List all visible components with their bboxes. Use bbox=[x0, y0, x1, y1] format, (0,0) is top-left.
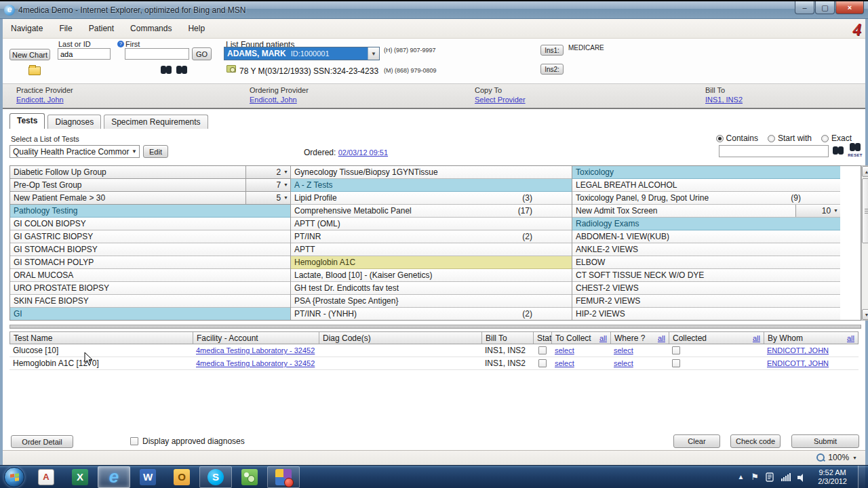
outlook-taskbar-button[interactable]: O bbox=[165, 466, 198, 488]
test-item-row[interactable]: URO PROSTATE BIOPSY bbox=[10, 282, 290, 295]
title-bar[interactable]: e 4medica Demo - Internet Explorer, opti… bbox=[0, 1, 868, 19]
practice-provider-link[interactable]: Endicott, John bbox=[16, 96, 73, 104]
ordering-provider-link[interactable]: Endicott, John bbox=[250, 96, 309, 104]
test-item-row[interactable]: Lactate, Blood [10] - (Kaiser Genetics) bbox=[291, 269, 572, 282]
edit-list-button[interactable]: Edit bbox=[143, 145, 168, 158]
reset-search[interactable]: RESET bbox=[848, 143, 863, 157]
collected-checkbox[interactable] bbox=[672, 359, 680, 367]
test-item-row[interactable]: Pre-Op Test Group7▼ bbox=[10, 179, 290, 192]
display-diagnoses-option[interactable]: Display approved diagnoses bbox=[130, 436, 245, 446]
maximize-button[interactable]: ▢ bbox=[815, 1, 835, 14]
check-code-button[interactable]: Check code bbox=[730, 434, 781, 448]
zoom-control[interactable]: 100% ▼ bbox=[816, 453, 857, 462]
first-name-input[interactable] bbox=[125, 48, 189, 60]
advanced-search-icon[interactable] bbox=[176, 66, 187, 74]
notepad-taskbar-button[interactable]: A bbox=[30, 466, 62, 488]
test-item-row[interactable]: PSA {Prostate Spec Antigen} bbox=[291, 295, 572, 308]
test-category-row[interactable]: Radiology Exams bbox=[572, 218, 840, 230]
help-icon[interactable]: ? bbox=[117, 41, 124, 47]
show-desktop-button[interactable] bbox=[858, 466, 865, 488]
tab-specimen-requirements[interactable]: Specimen Requirements bbox=[104, 115, 208, 129]
test-count-dropdown[interactable]: 5▼ bbox=[245, 192, 290, 204]
radio-exact-dot[interactable] bbox=[821, 135, 829, 142]
test-count-dropdown[interactable]: 7▼ bbox=[245, 179, 290, 191]
find-test-icon[interactable] bbox=[833, 146, 844, 155]
network-signal-icon[interactable] bbox=[781, 473, 791, 481]
to-collect-select-link[interactable]: select bbox=[555, 359, 574, 367]
scrollbar-thumb[interactable] bbox=[862, 178, 868, 243]
tab-tests[interactable]: Tests bbox=[9, 113, 45, 129]
menu-navigate[interactable]: Navigate bbox=[11, 24, 43, 33]
test-item-row[interactable]: Lipid Profile(3) bbox=[291, 192, 572, 205]
test-category-row[interactable]: A - Z Tests bbox=[291, 179, 572, 192]
radio-start-with[interactable]: Start with bbox=[768, 134, 812, 143]
test-item-row[interactable]: New Patient Female > 305▼ bbox=[10, 192, 290, 205]
ins1-button[interactable]: Ins1: bbox=[540, 45, 564, 56]
select-all-link[interactable]: all bbox=[847, 334, 854, 342]
test-item-row[interactable]: ORAL MUCOSA bbox=[10, 269, 290, 282]
test-item-row[interactable]: Comprehensive Metabolic Panel(17) bbox=[291, 205, 572, 218]
test-item-row[interactable]: APTT (OML) bbox=[291, 218, 572, 230]
radio-contains-dot[interactable] bbox=[716, 135, 724, 142]
where-select-link[interactable]: select bbox=[614, 346, 633, 354]
menu-file[interactable]: File bbox=[59, 24, 72, 33]
test-item-row[interactable]: APTT bbox=[291, 243, 572, 256]
test-search-input[interactable] bbox=[719, 145, 829, 157]
menu-help[interactable]: Help bbox=[188, 24, 205, 33]
start-button[interactable] bbox=[4, 467, 24, 487]
test-count-dropdown[interactable]: 10▼ bbox=[795, 205, 840, 217]
radio-exact[interactable]: Exact bbox=[821, 134, 852, 143]
tab-diagnoses[interactable]: Diagnoses bbox=[47, 115, 101, 129]
ins2-button[interactable]: Ins2: bbox=[540, 64, 564, 75]
test-item-row[interactable]: Diabetic Follow Up Group2▼ bbox=[10, 166, 290, 179]
test-category-row[interactable]: GI bbox=[10, 308, 290, 320]
test-item-row[interactable]: ELBOW bbox=[572, 256, 840, 269]
test-item-row[interactable]: PT/INR - (YNHH)(2) bbox=[291, 308, 572, 320]
sync-center-icon[interactable] bbox=[766, 472, 774, 482]
scroll-up-button[interactable]: ▲ bbox=[862, 166, 868, 177]
copy-to-link[interactable]: Select Provider bbox=[475, 96, 526, 104]
reset-search-icon[interactable] bbox=[850, 143, 861, 151]
radio-start-with-dot[interactable] bbox=[768, 135, 775, 142]
test-item-row[interactable]: New Admit Tox Screen10▼ bbox=[572, 205, 840, 218]
test-item-row[interactable]: SKIN FACE BIOPSY bbox=[10, 295, 290, 308]
scroll-down-button[interactable]: ▼ bbox=[862, 309, 868, 320]
bill-to-link[interactable]: INS1, INS2 bbox=[705, 96, 743, 104]
order-detail-button[interactable]: Order Detail bbox=[11, 435, 73, 448]
chart-folder-icon[interactable] bbox=[28, 66, 41, 75]
submit-button[interactable]: Submit bbox=[791, 434, 859, 448]
where-select-link[interactable]: select bbox=[614, 359, 633, 367]
collected-checkbox[interactable] bbox=[672, 346, 680, 354]
menu-commands[interactable]: Commands bbox=[130, 24, 172, 33]
menu-patient[interactable]: Patient bbox=[89, 24, 114, 33]
search-patient-icon[interactable] bbox=[161, 66, 172, 74]
test-category-row[interactable]: Pathology Testing bbox=[10, 205, 290, 218]
test-item-row[interactable]: Hemoglobin A1C bbox=[291, 256, 572, 269]
facility-link[interactable]: 4medica Testing Laboratory - 32452 bbox=[196, 359, 315, 367]
test-item-row[interactable]: GI GASTRIC BIOPSY bbox=[10, 230, 290, 243]
minimize-button[interactable]: – bbox=[795, 1, 814, 14]
chevron-down-icon[interactable]: ▼ bbox=[368, 47, 379, 60]
test-item-row[interactable]: CHEST-2 VIEWS bbox=[572, 282, 840, 295]
excel-taskbar-button[interactable]: X bbox=[64, 466, 96, 488]
found-patient-select[interactable]: ADAMS, MARK ID:1000001 ▼ bbox=[224, 47, 380, 60]
new-chart-button[interactable]: New Chart bbox=[9, 49, 50, 60]
facility-link[interactable]: 4medica Testing Laboratory - 32452 bbox=[196, 346, 315, 354]
close-button[interactable]: × bbox=[835, 1, 864, 14]
select-all-link[interactable]: all bbox=[658, 334, 665, 342]
pane-splitter[interactable] bbox=[9, 325, 861, 329]
test-item-row[interactable]: LEGAL BREATH ALCOHOL bbox=[572, 179, 840, 192]
test-count-dropdown[interactable]: 2▼ bbox=[245, 166, 290, 178]
grid-scrollbar[interactable]: ▲ ▼ bbox=[861, 165, 868, 321]
test-item-row[interactable]: ANKLE-2 VIEWS bbox=[572, 243, 840, 256]
test-item-row[interactable]: HIP-2 VIEWS bbox=[572, 308, 840, 320]
test-item-row[interactable]: FEMUR-2 VIEWS bbox=[572, 295, 840, 308]
recorder-taskbar-button[interactable] bbox=[267, 466, 300, 488]
word-taskbar-button[interactable]: W bbox=[132, 466, 164, 488]
stat-checkbox[interactable] bbox=[538, 359, 547, 367]
last-or-id-input[interactable] bbox=[58, 48, 111, 60]
test-item-row[interactable]: GI STOMACH POLYP bbox=[10, 256, 290, 269]
action-center-flag-icon[interactable]: ⚑ bbox=[751, 472, 760, 482]
by-whom-link[interactable]: ENDICOTT, JOHN bbox=[767, 359, 829, 367]
volume-icon[interactable] bbox=[797, 473, 807, 481]
